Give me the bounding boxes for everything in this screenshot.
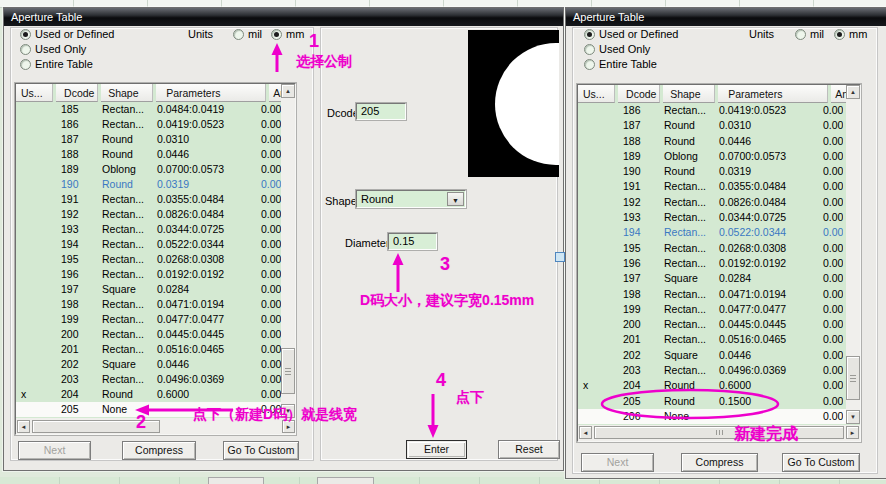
table-row[interactable]: 195Rectan...0.0268:0.03080.0000 — [578, 241, 846, 256]
col-shape[interactable]: Shape — [663, 85, 715, 103]
radio-mil[interactable] — [233, 29, 244, 40]
table-row[interactable]: 203Rectan...0.0496:0.03690.0000 — [16, 372, 281, 387]
table-row[interactable]: 187Round0.03100.0000 — [16, 132, 281, 147]
table-row[interactable]: 194Rectan...0.0522:0.03440.0000 — [16, 237, 281, 252]
table-row[interactable]: 185Rectan...0.0484:0.04190.0000 — [16, 102, 281, 117]
table-row[interactable]: 196Rectan...0.0192:0.01920.0000 — [16, 267, 281, 282]
compress-button[interactable]: Compress — [122, 441, 196, 460]
table-row[interactable]: 205Round0.15000.0000 — [578, 394, 846, 409]
table-row[interactable]: 191Rectan...0.0355:0.04840.0000 — [578, 179, 846, 194]
table-row[interactable]: x204Round0.60000.0000 — [16, 387, 281, 402]
table-row[interactable]: 197Square0.02840.0000 — [16, 282, 281, 297]
table-row[interactable]: 186Rectan...0.0419:0.05230.0000 — [578, 103, 846, 118]
cell-dcode: 188 — [615, 134, 657, 149]
diameter-input[interactable]: 0.15 — [388, 233, 437, 250]
table-row[interactable]: 196Rectan...0.0192:0.01920.0000 — [578, 256, 846, 271]
radio-used-or-defined[interactable] — [584, 29, 595, 40]
table-row[interactable]: 202Square0.04460.0000 — [16, 357, 281, 372]
cell-used — [16, 342, 53, 357]
table-row[interactable]: 192Rectan...0.0826:0.04840.0000 — [16, 207, 281, 222]
table-row[interactable]: 206None0.0000 — [578, 409, 846, 424]
table-row[interactable]: 192Rectan...0.0826:0.04840.0000 — [578, 195, 846, 210]
table-row[interactable]: 200Rectan...0.0445:0.04450.0000 — [16, 327, 281, 342]
col-dcode[interactable]: Dcode — [618, 85, 660, 103]
table-row[interactable]: 201Rectan...0.0516:0.04650.0000 — [16, 342, 281, 357]
go-to-custom-button[interactable]: Go To Custom — [782, 453, 860, 472]
table-row[interactable]: 203Rectan...0.0496:0.03690.0000 — [578, 363, 846, 378]
table-row[interactable]: 187Round0.03100.0000 — [578, 118, 846, 133]
table-row[interactable]: 191Rectan...0.0355:0.04840.0000 — [16, 192, 281, 207]
table-row[interactable]: 190Round0.03190.0000 — [16, 177, 281, 192]
right-titlebar[interactable]: Aperture Table — [566, 8, 886, 26]
vscroll-thumb-left[interactable] — [281, 348, 295, 394]
scroll-left-icon[interactable]: ◄ — [579, 426, 592, 439]
table-row[interactable]: 200Rectan...0.0445:0.04450.0000 — [578, 317, 846, 332]
chevron-down-icon[interactable]: ▼ — [447, 192, 464, 206]
table-row[interactable]: 198Rectan...0.0471:0.01940.0000 — [16, 297, 281, 312]
cell-angle: 0.0000 — [819, 210, 843, 225]
compress-button[interactable]: Compress — [681, 453, 758, 472]
cell-used — [578, 409, 615, 424]
col-dcode[interactable]: Dcode — [56, 84, 98, 102]
table-row[interactable]: 188Round0.04460.0000 — [16, 147, 281, 162]
table-row[interactable]: 199Rectan...0.0477:0.04770.0000 — [578, 302, 846, 317]
table-row[interactable]: 198Rectan...0.0471:0.01940.0000 — [578, 287, 846, 302]
col-used[interactable]: Us... — [578, 85, 615, 103]
next-undefined-button[interactable]: Next Undefined — [581, 453, 654, 472]
table-row[interactable]: x204Round0.60000.0000 — [578, 378, 846, 393]
cell-params: 0.0310 — [709, 118, 819, 133]
enter-button[interactable]: Enter — [406, 440, 467, 459]
table-row[interactable]: 195Rectan...0.0268:0.03080.0000 — [16, 252, 281, 267]
radio-entire-table[interactable] — [584, 59, 595, 70]
table-row[interactable]: 188Round0.04460.0000 — [578, 134, 846, 149]
table-row[interactable]: 193Rectan...0.0344:0.07250.0000 — [578, 210, 846, 225]
next-undefined-button[interactable]: Next Undefined — [18, 441, 91, 460]
col-parameters[interactable]: Parameters — [718, 85, 828, 103]
scroll-up-icon[interactable]: ▲ — [281, 84, 295, 98]
left-titlebar[interactable]: Aperture Table — [4, 8, 563, 26]
table-row[interactable]: 193Rectan...0.0344:0.07250.0000 — [16, 222, 281, 237]
selection-handle[interactable] — [555, 252, 565, 262]
table-row[interactable]: 186Rectan...0.0419:0.05230.0000 — [16, 117, 281, 132]
col-used[interactable]: Us... — [16, 84, 53, 102]
go-to-custom-button[interactable]: Go To Custom — [223, 441, 299, 460]
scroll-up-icon[interactable]: ▲ — [846, 85, 860, 99]
col-shape[interactable]: Shape — [101, 84, 153, 102]
cell-angle: 0.0000 — [819, 241, 843, 256]
cell-shape: Rectan... — [95, 102, 147, 117]
dcode-input[interactable]: 205 — [356, 103, 406, 120]
radio-mm[interactable] — [271, 29, 282, 40]
cell-used — [578, 332, 615, 347]
cell-used — [16, 357, 53, 372]
vscroll-thumb-right[interactable] — [846, 356, 860, 400]
radio-mil[interactable] — [795, 29, 806, 40]
table-row[interactable]: 194Rectan...0.0522:0.03440.0000 — [578, 225, 846, 240]
table-row[interactable]: 189Oblong0.0700:0.05730.0000 — [16, 162, 281, 177]
radio-entire-table[interactable] — [20, 59, 31, 70]
col-parameters[interactable]: Parameters — [156, 84, 266, 102]
reset-button[interactable]: Reset — [498, 440, 560, 459]
cell-shape: Rectan... — [657, 210, 709, 225]
radio-used-or-defined[interactable] — [20, 29, 31, 40]
scroll-right-icon[interactable]: ► — [846, 426, 859, 439]
table-row[interactable]: 201Rectan...0.0516:0.04650.0000 — [578, 332, 846, 347]
radio-used-only[interactable] — [584, 44, 595, 55]
cell-params: 0.0355:0.0484 — [709, 179, 819, 194]
cell-shape: Round — [95, 147, 147, 162]
table-header-left: Us... Dcode Shape Parameters Angle — [16, 84, 281, 102]
scroll-left-icon[interactable]: ◄ — [17, 420, 30, 433]
table-row[interactable]: 190Round0.03190.0000 — [578, 164, 846, 179]
table-row[interactable]: 199Rectan...0.0477:0.04770.0000 — [16, 312, 281, 327]
radio-used-only[interactable] — [20, 44, 31, 55]
table-row[interactable]: 202Square0.04460.0000 — [578, 348, 846, 363]
annotation-step2-text: 点下（新建D码）就是线宽 — [193, 406, 357, 424]
shape-dropdown[interactable]: Round ▼ — [356, 190, 466, 208]
cell-used — [578, 394, 615, 409]
hscroll-thumb-right[interactable] — [594, 426, 844, 439]
cell-dcode: 195 — [615, 241, 657, 256]
table-row[interactable]: 197Square0.02840.0000 — [578, 271, 846, 286]
table-row[interactable]: 189Oblong0.0700:0.05730.0000 — [578, 149, 846, 164]
radio-mm[interactable] — [834, 29, 845, 40]
scroll-down-icon[interactable]: ▼ — [846, 410, 860, 424]
cell-params: 0.0826:0.0484 — [709, 195, 819, 210]
